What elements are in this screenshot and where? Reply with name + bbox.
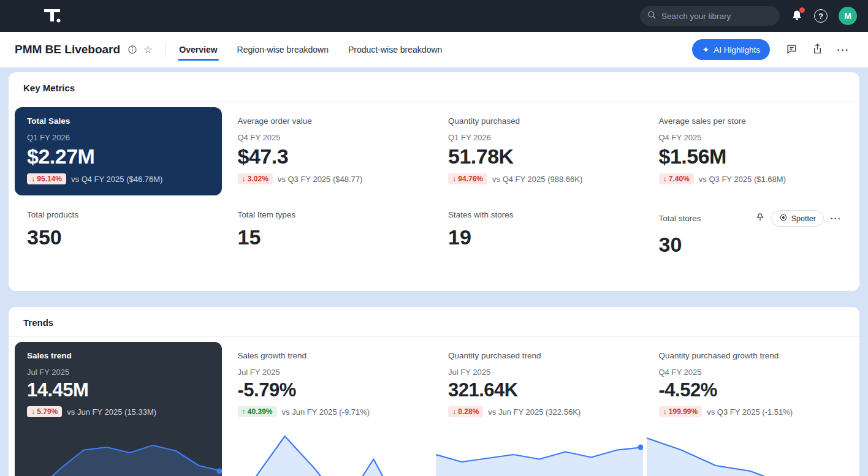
hamburger-menu-button[interactable] [11,11,27,21]
comments-button[interactable] [781,39,802,60]
favorite-star-button[interactable]: ☆ [143,45,153,55]
kpi-tile-quantity-purchased[interactable]: Quantity purchased Q1 FY 2026 51.78K ↓ 9… [436,107,643,195]
kpi-value: 350 [27,225,210,249]
kpi-comparison: vs Q4 FY 2025 (988.66K) [492,175,582,184]
trend-comparison: vs Q3 FY 2025 (-1.51%) [707,407,793,417]
kpi-value: $1.56M [659,145,842,168]
kpi-tile-average-order-value[interactable]: Average order value Q4 FY 2025 $47.3 ↓ 3… [226,107,433,195]
notification-dot [799,7,805,13]
change-badge: ↓ 3.02% [238,173,273,184]
trend-comparison: vs Jun FY 2025 (-9.71%) [282,407,370,417]
pin-icon [755,213,765,224]
kpi-tile-total-item-types[interactable]: Total Item types 15 [226,200,433,275]
liveboard-content: Key Metrics Total Sales Q1 FY 2026 $2.27… [0,67,868,476]
kpi-period: Q4 FY 2025 [659,133,842,142]
header-divider [165,42,166,58]
kpi-tile-average-sales-per-store[interactable]: Average sales per store Q4 FY 2025 $1.56… [647,107,854,195]
sparkline-chart [647,427,854,476]
search-input[interactable] [661,12,772,21]
kpi-title: States with stores [448,210,514,219]
ellipsis-icon: ⋯ [837,42,850,57]
library-search[interactable] [640,6,780,26]
ai-highlights-button[interactable]: ✦ AI Highlights [692,39,770,60]
more-options-button[interactable]: ⋯ [832,39,853,60]
kpi-title: Total Sales [27,116,210,126]
key-metrics-card: Key Metrics Total Sales Q1 FY 2026 $2.27… [9,72,859,291]
kpi-value: $47.3 [238,145,421,168]
trend-tile-sales-growth-trend[interactable]: Sales growth trend Jul FY 2025 -5.79% ↑ … [226,342,433,476]
tab-region-wise-breakdown[interactable]: Region-wise breakdown [236,40,330,59]
star-icon: ☆ [143,45,153,55]
trends-card: Trends Sales trend Jul FY 2025 14.45M ↓ … [9,307,859,476]
ellipsis-icon: ⋯ [830,212,841,225]
kpi-title: Average sales per store [659,116,842,126]
change-badge: ↓ 0.28% [448,406,483,417]
thoughtspot-logo[interactable] [43,7,61,25]
kpi-value: 30 [659,233,842,257]
trend-comparison: vs Jun FY 2025 (322.56K) [488,407,581,417]
kpi-title: Total Item types [238,210,296,219]
kpi-value: 19 [448,225,631,249]
tile-more-button[interactable]: ⋯ [830,212,841,225]
kpi-tile-total-sales[interactable]: Total Sales Q1 FY 2026 $2.27M ↓ 95.14% v… [15,107,222,195]
change-badge: ↑ 40.39% [238,406,277,417]
trends-section-title: Trends [9,307,859,337]
comment-icon [786,43,798,56]
spotter-eye-icon [779,213,788,224]
avatar-initial: M [839,7,857,25]
trend-title: Sales trend [27,351,210,360]
trend-period: Jul FY 2025 [27,368,210,377]
liveboard-header: PMM BE Liveboard ☆ Overview Region-wise … [0,32,868,67]
share-button[interactable] [807,39,828,60]
page-title: PMM BE Liveboard [15,43,120,56]
kpi-value: 51.78K [448,145,631,168]
trend-value: -4.52% [659,379,842,401]
sparkline-chart [15,427,222,476]
tab-overview[interactable]: Overview [178,40,218,59]
kpi-title: Total stores [659,214,701,223]
key-metrics-simple-row: Total products 350 Total Item types 15 S… [9,195,859,291]
trend-tile-quantity-purchased-growth-trend[interactable]: Quantity purchased growth trend Q4 FY 20… [647,342,854,476]
user-avatar[interactable]: M [839,7,857,25]
kpi-period: Q4 FY 2025 [238,133,421,142]
trend-value: 14.45M [27,379,210,401]
trend-period: Jul FY 2025 [238,368,421,377]
notifications-button[interactable] [791,9,803,23]
trend-value: 321.64K [448,379,631,401]
change-badge: ↓ 94.76% [448,173,487,184]
kpi-title: Average order value [238,116,421,126]
help-icon: ? [814,9,828,23]
sparkle-icon: ✦ [702,45,709,55]
kpi-comparison: vs Q3 FY 2025 ($48.77) [278,175,363,184]
kpi-tile-total-stores[interactable]: Total stores [647,200,854,275]
pin-button[interactable] [755,213,765,224]
kpi-comparison: vs Q4 FY 2025 ($46.76M) [71,175,162,184]
change-badge: ↓ 199.99% [659,406,702,417]
kpi-title: Total products [27,210,78,219]
key-metrics-rich-row: Total Sales Q1 FY 2026 $2.27M ↓ 95.14% v… [9,102,859,195]
top-navigation-bar: ? M [0,0,868,32]
change-badge: ↓ 95.14% [27,173,66,184]
tile-hover-toolbar: Spotter ⋯ [755,210,841,227]
info-button[interactable] [128,45,137,55]
trend-tile-sales-trend[interactable]: Sales trend Jul FY 2025 14.45M ↓ 5.79% v… [15,342,222,476]
share-icon [812,43,823,56]
spotter-button[interactable]: Spotter [771,210,824,227]
kpi-value: $2.27M [27,145,210,168]
kpi-period: Q1 FY 2026 [448,133,631,142]
help-button[interactable]: ? [814,9,828,23]
trend-title: Sales growth trend [238,351,421,360]
kpi-tile-total-products[interactable]: Total products 350 [15,200,222,275]
sparkline-chart [436,427,643,476]
kpi-title: Quantity purchased [448,116,631,126]
spotter-label: Spotter [791,214,816,223]
kpi-comparison: vs Q3 FY 2025 ($1.68M) [699,175,786,184]
sparkline-chart [226,427,433,476]
trends-row: Sales trend Jul FY 2025 14.45M ↓ 5.79% v… [9,337,859,476]
kpi-period: Q1 FY 2026 [27,133,210,142]
kpi-tile-states-with-stores[interactable]: States with stores 19 [436,200,643,275]
trend-value: -5.79% [238,379,421,401]
tab-product-wise-breakdown[interactable]: Product-wise breakdown [347,40,443,59]
trend-tile-quantity-purchased-trend[interactable]: Quantity purchased trend Jul FY 2025 321… [436,342,643,476]
trend-comparison: vs Jun FY 2025 (15.33M) [67,407,156,417]
